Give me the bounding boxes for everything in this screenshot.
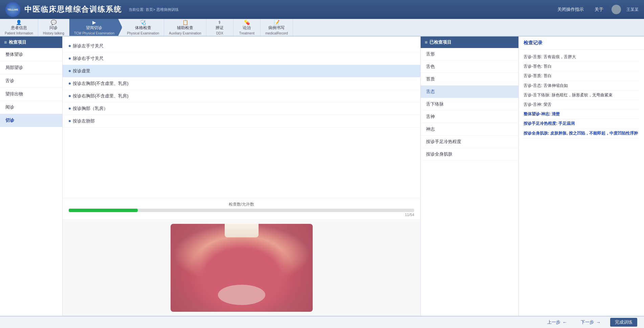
record-header: 检查记录	[519, 37, 644, 50]
prev-label: 上一步	[547, 319, 560, 325]
tab-icon-ddx: ⚕	[218, 20, 221, 25]
checked-item-tongue-spirit[interactable]: 舌神	[421, 111, 518, 123]
about-button[interactable]: 关于	[592, 5, 606, 14]
left-menu-item-tongue[interactable]: 舌诊	[0, 74, 62, 88]
middle-item-press-breast[interactable]: 按诊胸部（乳房）	[63, 102, 420, 115]
tab-record[interactable]: 📝 病例书写 medicalRecord	[261, 19, 293, 36]
checked-item-tongue-state[interactable]: 舌态	[421, 86, 518, 98]
checked-panel: ≡ 已检查项目 舌形舌色苔质舌态舌下络脉舌神神志按诊手足冷热程度按诊全身肌肤	[421, 37, 519, 316]
record-item-r2: 舌诊-苔色: 苔白	[524, 62, 639, 71]
checked-list-icon: ≡	[425, 40, 427, 45]
close-ops-button[interactable]: 关闭操作指示	[555, 5, 586, 14]
tab-icon-treatment: 💊	[244, 20, 250, 25]
breadcrumb: 当前位置: 首页> 思维病例训练	[129, 7, 179, 12]
middle-item-pulse-left[interactable]: 脉诊左手寸关尺	[63, 40, 420, 52]
dot-press-breast	[69, 108, 71, 110]
nav-tabs: 👤 患者信息 Patient Information 💬 问诊 History …	[0, 19, 644, 37]
tab-icon-auxiliary: 📋	[182, 20, 188, 25]
left-menu-item-olfactory[interactable]: 闻诊	[0, 101, 62, 114]
tab-en-auxiliary: Auxiliary Examination	[169, 31, 201, 35]
tab-zh-ddx: 辨证	[216, 25, 224, 31]
tab-icon-record: 📝	[274, 20, 280, 25]
record-item-r6: 舌诊-舌神: 荣舌	[524, 100, 639, 110]
next-label: 下一步	[581, 319, 594, 325]
middle-item-press-left-rib[interactable]: 按诊左胁部	[63, 115, 420, 127]
tab-zh-record: 病例书写	[268, 25, 285, 31]
avatar	[612, 5, 621, 14]
next-button[interactable]: 下一步 →	[577, 318, 605, 327]
tab-en-tcm-exam: TCM Physical Examination	[74, 31, 114, 35]
tab-zh-auxiliary: 辅助检查	[177, 25, 193, 31]
finish-button[interactable]: 完成训练	[610, 318, 637, 327]
record-item-r4: 舌诊-舌态: 舌体伸缩自如	[524, 81, 639, 91]
tab-physical[interactable]: 🩺 体格检查 Physical Examination	[122, 19, 164, 36]
record-list: 舌诊-舌形: 舌有齿痕，舌胖大舌诊-苔色: 苔白舌诊-苔质: 苔白舌诊-舌态: …	[519, 50, 644, 316]
logo-text: TELLME	[7, 8, 18, 11]
tab-zh-patient-info: 患者信息	[11, 25, 27, 31]
tab-icon-physical: 🩺	[140, 20, 146, 25]
tab-ddx[interactable]: ⚕ 辨证 DDX	[206, 19, 234, 36]
middle-item-press-right-chest[interactable]: 按诊右胸部(不含虚里、乳房)	[63, 90, 420, 102]
middle-item-press-xu[interactable]: 按诊虚里	[63, 65, 420, 77]
left-menu-item-overall[interactable]: 整体望诊	[0, 48, 62, 61]
left-menu-item-local[interactable]: 局部望诊	[0, 61, 62, 74]
progress-area: 检查数/允许数 11/54	[63, 198, 420, 219]
image-area	[63, 219, 420, 316]
tab-en-ddx: DDX	[216, 31, 223, 35]
dot-pulse-right	[69, 57, 71, 60]
left-menu-item-excretion[interactable]: 望排出物	[0, 88, 62, 101]
checked-item-foot-temp[interactable]: 按诊手足冷热程度	[421, 136, 518, 148]
checked-list: 舌形舌色苔质舌态舌下络脉舌神神志按诊手足冷热程度按诊全身肌肤	[421, 48, 518, 316]
tab-en-history: History talking	[43, 31, 64, 35]
tab-icon-history: 💬	[51, 20, 57, 25]
checked-item-tongue-color[interactable]: 舌色	[421, 61, 518, 73]
record-item-r7: 整体望诊-神志: 清楚	[524, 110, 639, 119]
dot-press-left-rib	[69, 120, 71, 122]
checked-item-sublingual[interactable]: 舌下络脉	[421, 98, 518, 111]
record-panel: 检查记录 舌诊-舌形: 舌有齿痕，舌胖大舌诊-苔色: 苔白舌诊-苔质: 苔白舌诊…	[519, 37, 644, 316]
record-item-r8: 按诊手足冷热程度: 手足温润	[524, 119, 639, 128]
tongue-coating	[218, 285, 265, 305]
record-item-r1: 舌诊-舌形: 舌有齿痕，舌胖大	[524, 52, 639, 62]
tab-zh-history: 问诊	[49, 25, 58, 31]
list-icon: ≡	[4, 40, 7, 45]
tab-icon-patient-info: 👤	[16, 20, 22, 25]
checked-item-skin-edema[interactable]: 按诊全身肌肤	[421, 148, 518, 161]
record-item-r3: 舌诊-苔质: 苔白	[524, 71, 639, 81]
middle-list: 脉诊左手寸关尺脉诊右手寸关尺按诊虚里按诊左胸部(不含虚里、乳房)按诊右胸部(不含…	[63, 37, 420, 198]
username: 王某某	[626, 7, 639, 13]
checked-item-spirit[interactable]: 神志	[421, 123, 518, 136]
tab-zh-tcm-exam: 望闻切诊	[86, 25, 102, 31]
app-title: 中医临床思维综合训练系统	[24, 4, 122, 15]
tongue-teeth	[225, 224, 259, 237]
progress-bar-bg	[69, 209, 414, 212]
left-menu-item-palpation[interactable]: 切诊	[0, 114, 62, 127]
middle-item-press-left-chest[interactable]: 按诊左胸部(不含虚里、乳房)	[63, 77, 420, 90]
progress-count: 11/54	[69, 213, 414, 217]
tab-tcm-exam[interactable]: ▶ 望闻切诊 TCM Physical Examination	[69, 19, 122, 36]
middle-item-pulse-right[interactable]: 脉诊右手寸关尺	[63, 52, 420, 65]
tongue-image	[171, 224, 313, 312]
tab-auxiliary[interactable]: 📋 辅助检查 Auxiliary Examination	[164, 19, 206, 36]
tab-icon-tcm-exam: ▶	[92, 20, 96, 25]
checked-item-tongue-coating-quality[interactable]: 苔质	[421, 73, 518, 86]
tab-en-physical: Physical Examination	[127, 31, 159, 35]
progress-label: 检查数/允许数	[69, 202, 414, 207]
tab-history[interactable]: 💬 问诊 History talking	[38, 19, 69, 36]
middle-panel: 脉诊左手寸关尺脉诊右手寸关尺按诊虚里按诊左胸部(不含虚里、乳房)按诊右胸部(不含…	[63, 37, 421, 316]
tab-treatment[interactable]: 💊 论治 Treatment	[234, 19, 261, 36]
prev-button[interactable]: 上一步 ←	[543, 318, 571, 327]
tab-zh-treatment: 论治	[243, 25, 251, 31]
tab-zh-physical: 体格检查	[135, 25, 151, 31]
dot-press-left-chest	[69, 83, 71, 85]
next-arrow-icon: →	[596, 320, 601, 325]
checked-panel-title: 已检查项目	[429, 39, 451, 45]
checked-item-tongue-shape[interactable]: 舌形	[421, 48, 518, 61]
tab-en-treatment: Treatment	[239, 31, 254, 35]
dot-press-xu	[69, 70, 71, 72]
tab-patient-info[interactable]: 👤 患者信息 Patient Information	[0, 19, 38, 36]
dot-pulse-left	[69, 45, 71, 47]
record-item-r9: 按诊全身肌肤: 皮肤肿胀, 按之凹陷，不能即起，中度凹陷性浮肿	[524, 129, 639, 138]
header: TELLME 中医临床思维综合训练系统 当前位置: 首页> 思维病例训练 关闭操…	[0, 0, 644, 19]
checked-panel-header: ≡ 已检查项目	[421, 37, 518, 48]
